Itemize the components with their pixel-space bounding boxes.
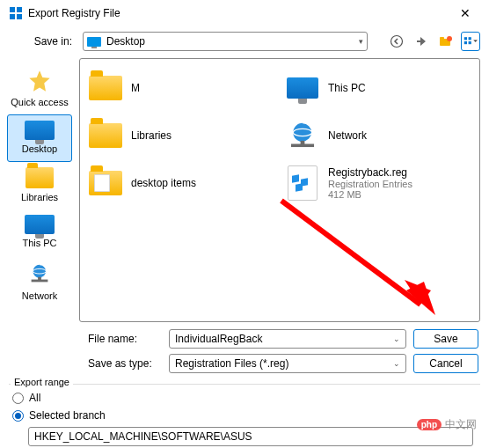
radio-checked-icon <box>12 410 24 422</box>
places-bar: Quick access Desktop Libraries This PC N… <box>0 58 79 322</box>
filename-label: File name: <box>88 333 162 345</box>
star-icon <box>27 69 52 93</box>
filename-input[interactable]: IndividualRegBack ⌄ <box>169 329 406 349</box>
folder-icon <box>89 171 122 195</box>
branch-path-input[interactable]: HKEY_LOCAL_MACHINE\SOFTWARE\ASUS <box>28 427 473 446</box>
close-button[interactable]: ✕ <box>445 0 485 26</box>
places-label: Network <box>22 290 57 301</box>
filename-value: IndividualRegBack <box>175 333 262 345</box>
monitor-icon <box>25 215 55 234</box>
file-item-folder[interactable]: desktop items <box>85 159 277 207</box>
form-area: File name: IndividualRegBack ⌄ Save Save… <box>0 322 489 380</box>
desktop-icon <box>25 121 55 140</box>
view-menu-icon <box>463 34 478 48</box>
watermark: php 中文网 <box>417 417 477 432</box>
new-folder-icon <box>439 34 453 48</box>
titlebar: Export Registry File ✕ <box>0 0 489 26</box>
svg-point-4 <box>391 36 403 48</box>
svg-rect-19 <box>301 141 305 145</box>
places-desktop[interactable]: Desktop <box>7 114 72 162</box>
chevron-down-icon: ⌄ <box>393 334 400 343</box>
svg-rect-2 <box>10 14 15 19</box>
folder-icon <box>89 123 122 148</box>
svg-rect-3 <box>17 14 22 19</box>
svg-rect-15 <box>38 277 41 281</box>
watermark-badge: php <box>417 419 442 430</box>
watermark-text: 中文网 <box>445 417 477 432</box>
file-name: Network <box>328 129 367 142</box>
save-in-label: Save in: <box>9 35 77 48</box>
export-all-label: All <box>29 392 40 404</box>
save-in-dropdown[interactable]: Desktop ▾ <box>83 32 368 51</box>
file-name: desktop items <box>131 177 196 189</box>
folder-icon <box>89 76 122 100</box>
svg-rect-1 <box>17 7 22 12</box>
new-folder-button[interactable] <box>436 32 456 51</box>
view-menu-button[interactable] <box>461 32 480 51</box>
file-item-folder[interactable]: Libraries <box>85 112 277 159</box>
network-icon <box>286 119 319 152</box>
network-icon <box>26 261 53 287</box>
places-label: Quick access <box>11 97 68 107</box>
places-label: Desktop <box>22 143 57 154</box>
svg-point-7 <box>447 36 452 41</box>
main-area: Quick access Desktop Libraries This PC N… <box>0 58 489 322</box>
svg-rect-8 <box>464 37 467 40</box>
regedit-app-icon <box>9 6 23 20</box>
save-in-row: Save in: Desktop ▾ <box>0 26 489 58</box>
file-item-regfile[interactable]: Registryback.reg Registration Entries 41… <box>282 159 474 207</box>
export-selected-label: Selected branch <box>29 409 106 422</box>
export-selected-radio[interactable]: Selected branch <box>12 409 477 422</box>
svg-rect-10 <box>464 41 467 44</box>
monitor-icon <box>287 77 318 99</box>
places-this-pc[interactable]: This PC <box>7 209 72 255</box>
file-item-thispc[interactable]: This PC <box>282 64 474 112</box>
branch-path-value: HKEY_LOCAL_MACHINE\SOFTWARE\ASUS <box>34 430 252 443</box>
places-network[interactable]: Network <box>7 255 72 308</box>
up-icon <box>414 34 428 48</box>
save-in-value: Desktop <box>106 35 145 48</box>
save-button[interactable]: Save <box>413 329 478 349</box>
file-name: This PC <box>328 82 366 94</box>
folder-icon <box>26 167 54 188</box>
chevron-down-icon: ▾ <box>359 37 363 46</box>
export-range-legend: Export range <box>11 377 73 387</box>
svg-rect-11 <box>469 41 471 44</box>
back-button[interactable] <box>387 32 406 51</box>
saveastype-label: Save as type: <box>88 357 162 370</box>
window-title: Export Registry File <box>28 7 445 19</box>
reg-file-icon <box>288 165 317 201</box>
export-all-radio[interactable]: All <box>12 392 477 404</box>
svg-rect-6 <box>440 37 444 40</box>
file-list[interactable]: M This PC Libraries Network desktop item… <box>79 58 480 322</box>
file-item-folder[interactable]: M <box>85 64 277 112</box>
up-one-level-button[interactable] <box>412 32 431 51</box>
saveastype-dropdown[interactable]: Registration Files (*.reg) ⌄ <box>169 354 406 373</box>
file-name: Libraries <box>131 129 172 142</box>
chevron-down-icon: ⌄ <box>393 359 400 368</box>
places-quick-access[interactable]: Quick access <box>7 63 72 114</box>
places-label: Libraries <box>21 192 58 202</box>
export-range-group: Export range All Selected branch HKEY_LO… <box>9 384 480 446</box>
desktop-icon <box>87 37 101 47</box>
file-item-network[interactable]: Network <box>282 112 474 159</box>
places-label: This PC <box>22 238 56 248</box>
file-name: Registryback.reg <box>328 166 412 179</box>
places-libraries[interactable]: Libraries <box>7 162 72 209</box>
saveastype-value: Registration Files (*.reg) <box>175 357 288 370</box>
svg-rect-9 <box>469 37 471 40</box>
cancel-button[interactable]: Cancel <box>413 354 478 373</box>
back-icon <box>390 34 404 48</box>
file-size: 412 MB <box>328 189 412 200</box>
file-type: Registration Entries <box>328 179 412 189</box>
file-name: M <box>131 82 140 94</box>
svg-rect-0 <box>10 7 15 12</box>
radio-icon <box>12 393 24 404</box>
